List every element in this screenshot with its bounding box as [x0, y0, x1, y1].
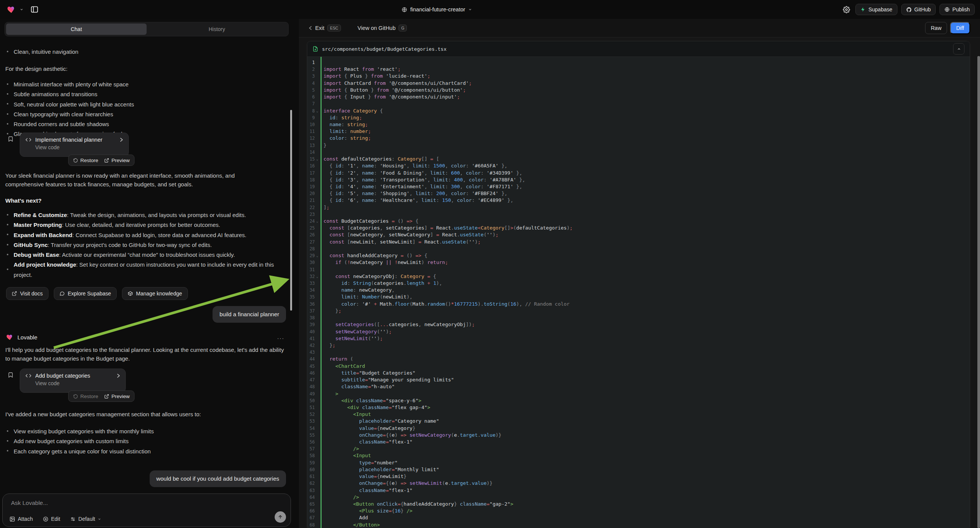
- explore-supabase-button[interactable]: Explore Supabase: [54, 287, 117, 300]
- panel-left-icon[interactable]: [30, 5, 39, 14]
- manage-knowledge-button[interactable]: Manage knowledge: [122, 287, 188, 300]
- added-bullet-list: View existing budget categories with the…: [5, 426, 285, 456]
- preview-button[interactable]: Preview: [104, 394, 130, 399]
- code-header: Exit ESC View on GitHub G Raw Diff: [299, 19, 980, 38]
- version-card-title: Add budget categories: [35, 373, 113, 379]
- code-line: 43: [307, 349, 970, 356]
- chat-input[interactable]: [10, 499, 239, 507]
- gear-icon[interactable]: [842, 6, 851, 13]
- code-line: 39 setCategories([...categories, newCate…: [307, 321, 970, 328]
- code-line: 68 </Button>: [307, 522, 970, 528]
- code-line: 34 name: newCategory,: [307, 287, 970, 294]
- mode-selector[interactable]: Default: [70, 516, 101, 522]
- next-steps-list: Refine & Customize: Tweak the design, an…: [5, 210, 282, 280]
- external-link-icon: [104, 394, 109, 399]
- preview-label: Preview: [111, 157, 130, 163]
- code-viewer[interactable]: 12import React from 'react';3import { Pl…: [307, 57, 970, 528]
- project-name: financial-future-creator: [410, 6, 465, 13]
- code-line: 28: [307, 245, 970, 252]
- code-line: 55 onChange={(e) => setNewCategory(e.tar…: [307, 432, 970, 439]
- lovable-heart-icon[interactable]: [7, 5, 16, 14]
- code-line: 2import React from 'react';: [307, 66, 970, 73]
- file-path-row[interactable]: src/components/budget/BudgetCategories.t…: [307, 41, 970, 57]
- code-line: 17 { id: '2', name: 'Food & Dining', lim…: [307, 170, 970, 177]
- code-line: 61 value={newLimit}: [307, 473, 970, 480]
- bookmark-icon[interactable]: [8, 372, 14, 379]
- bullet-item: Rounded corners and subtle shadows: [5, 119, 285, 129]
- bullet-item: Refine & Customize: Tweak the design, an…: [5, 210, 282, 220]
- tab-history[interactable]: History: [146, 24, 287, 35]
- app-window: financial-future-creator Supabase GitHub: [0, 0, 980, 528]
- chat-scrollbar[interactable]: [290, 110, 292, 310]
- code-line: 54 value={newCategory}: [307, 425, 970, 432]
- version-card-title: Implement financial planner: [35, 137, 116, 143]
- restore-button[interactable]: Restore: [73, 157, 98, 163]
- chat-history-tabs: Chat History: [5, 22, 289, 37]
- send-button[interactable]: [275, 511, 286, 523]
- file-added-icon: [312, 46, 318, 52]
- code-line: 52 <Input: [307, 411, 970, 418]
- visit-docs-label: Visit docs: [20, 291, 43, 297]
- user-message-1: build a financial planner: [213, 306, 286, 323]
- bullet-item: Clean typography with clear hierarchies: [5, 110, 285, 119]
- code-line: 3import { Plus } from 'lucide-react';: [307, 73, 970, 80]
- image-icon: [10, 516, 15, 522]
- code-card: src/components/budget/BudgetCategories.t…: [307, 41, 970, 528]
- view-code-link[interactable]: View code: [35, 380, 120, 386]
- edit-button[interactable]: Edit: [43, 516, 60, 522]
- exit-button[interactable]: Exit: [315, 25, 324, 31]
- code-line: 58 <Input: [307, 452, 970, 459]
- code-panel: Exit ESC View on GitHub G Raw Diff src/c…: [299, 19, 980, 528]
- code-line: 46 title="Budget Categories": [307, 370, 970, 377]
- code-line: 20 { id: '5', name: 'Shopping', limit: 2…: [307, 190, 970, 197]
- tab-chat[interactable]: Chat: [6, 24, 146, 35]
- version-card-2-wrap: Add budget categories View code Restore: [0, 369, 288, 402]
- restore-button[interactable]: Restore: [73, 394, 98, 399]
- restore-preview-pill: Restore Preview: [68, 154, 134, 166]
- github-button[interactable]: GitHub: [901, 4, 936, 15]
- preview-button[interactable]: Preview: [104, 157, 130, 163]
- view-on-github-link[interactable]: View on GitHub: [358, 25, 396, 31]
- code-line: 13}: [307, 142, 970, 149]
- diff-toggle-button[interactable]: Diff: [950, 22, 970, 34]
- code-line: 16 { id: '1', name: 'Housing', limit: 15…: [307, 162, 970, 169]
- code-line: 4import ChartCard from '@/components/ui/…: [307, 80, 970, 87]
- page-scrollbar[interactable]: [977, 56, 980, 528]
- visit-docs-button[interactable]: Visit docs: [6, 287, 48, 300]
- code-line: 21 { id: '6', name: 'Healthcare', limit:…: [307, 197, 970, 204]
- bullet-item: Add project knowledge: Set key context o…: [5, 260, 282, 280]
- raw-toggle-button[interactable]: Raw: [925, 22, 947, 34]
- code-line: 36 color: '#' + Math.floor(Math.random()…: [307, 301, 970, 308]
- code-line: 8⌄interface Category {: [307, 108, 970, 115]
- project-switcher[interactable]: financial-future-creator: [401, 0, 472, 19]
- bookmark-icon[interactable]: [8, 135, 14, 142]
- code-line: 67 Add: [307, 514, 970, 521]
- publish-button[interactable]: Publish: [939, 4, 975, 15]
- chevron-up-icon[interactable]: [953, 43, 964, 54]
- code-line: 5import { Button } from '@/components/ui…: [307, 87, 970, 94]
- chevron-right-icon: [120, 137, 123, 142]
- bullet-item: View existing budget categories with the…: [5, 426, 285, 436]
- code-line: 7: [307, 100, 970, 107]
- version-card-add-budget-categories[interactable]: Add budget categories View code: [20, 369, 126, 393]
- restore-icon: [73, 394, 78, 399]
- ellipsis-icon[interactable]: ...: [277, 334, 285, 340]
- code-line: 50 <div className="space-y-6">: [307, 397, 970, 404]
- package-icon: [128, 291, 133, 296]
- version-card-implement-financial-planner[interactable]: Implement financial planner View code: [20, 132, 129, 157]
- view-code-link[interactable]: View code: [35, 144, 123, 150]
- chevron-down-icon[interactable]: [20, 8, 24, 11]
- chevron-right-icon: [117, 374, 120, 378]
- code-line: 57 />: [307, 445, 970, 452]
- code-line: 22];: [307, 204, 970, 211]
- supabase-button[interactable]: Supabase: [855, 4, 897, 15]
- supabase-label: Supabase: [868, 6, 892, 13]
- chevron-left-icon[interactable]: [309, 26, 312, 30]
- code-line: 65 <Button onClick={handleAddCategory} c…: [307, 501, 970, 507]
- code-line: 66 <Plus size={16} />: [307, 507, 970, 514]
- bullet-item: Subtle animations and transitions: [5, 89, 285, 99]
- code-line: 30 if (!newCategory || !newLimit) return…: [307, 259, 970, 266]
- code-line: 1: [307, 59, 970, 66]
- attach-button[interactable]: Attach: [10, 516, 33, 522]
- code-line: 25 const [categories, setCategories] = R…: [307, 224, 970, 231]
